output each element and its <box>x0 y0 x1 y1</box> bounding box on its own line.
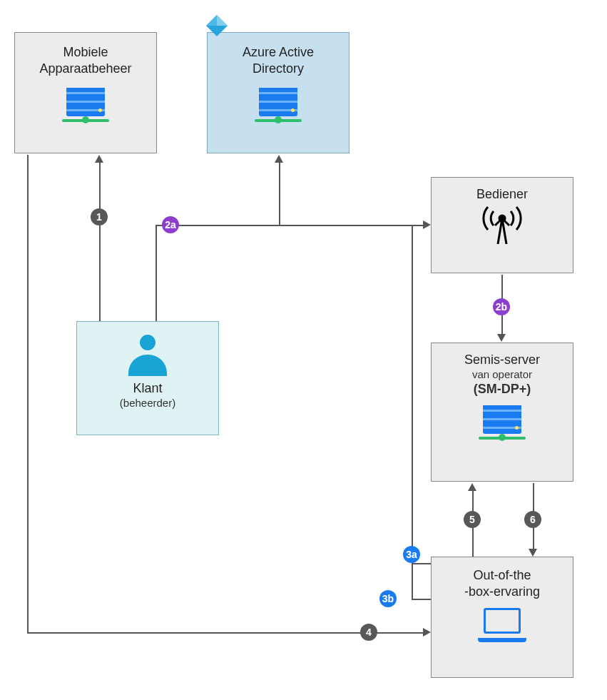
edge-3b-stub <box>412 599 431 600</box>
server-icon <box>62 88 109 125</box>
arrow-icon <box>497 334 506 342</box>
smdp-title-1: Semis-server <box>432 352 573 368</box>
oobe-title-1: Out-of-the <box>432 567 573 584</box>
oobe-title-2: -box-ervaring <box>432 584 573 600</box>
arrow-icon <box>529 549 537 557</box>
badge-step-3b: 3b <box>379 590 397 607</box>
edge-3-top-v <box>279 162 280 226</box>
antenna-icon <box>481 204 524 244</box>
customer-title: Klant <box>77 380 218 397</box>
badge-step-4: 4 <box>360 624 377 641</box>
arrow-icon <box>95 155 103 163</box>
azure-diamond-icon <box>206 15 228 36</box>
badge-step-6: 6 <box>524 511 541 528</box>
badge-step-1: 1 <box>91 208 108 225</box>
node-smdp: Semis-server van operator (SM-DP+) <box>431 343 573 482</box>
server-icon <box>479 405 526 442</box>
diagram-canvas: Mobiele Apparaatbeheer Azure Active Dire… <box>0 0 607 700</box>
edge-3-vertical <box>412 225 413 599</box>
edge-4-v <box>27 155 29 633</box>
aad-title-2: Directory <box>208 61 349 77</box>
customer-sub: (beheerder) <box>77 397 218 409</box>
node-aad: Azure Active Directory <box>207 32 350 153</box>
arrow-icon <box>468 483 476 491</box>
server-icon <box>255 88 302 125</box>
operator-title: Bediener <box>432 186 573 203</box>
badge-step-3a: 3a <box>403 546 420 563</box>
mdm-title-1: Mobiele <box>15 44 156 61</box>
laptop-icon <box>478 608 526 642</box>
mdm-title-2: Apparaatbeheer <box>15 61 156 77</box>
arrow-icon <box>423 628 431 636</box>
edge-3-top-h <box>280 225 413 226</box>
edge-2a-v <box>155 225 157 321</box>
edge-1 <box>99 162 101 321</box>
svg-marker-1 <box>217 15 228 26</box>
aad-title-1: Azure Active <box>208 44 349 61</box>
badge-step-2b: 2b <box>493 298 510 315</box>
user-icon <box>128 335 167 376</box>
svg-marker-2 <box>206 15 217 26</box>
node-customer: Klant (beheerder) <box>76 321 219 435</box>
node-mdm: Mobiele Apparaatbeheer <box>14 32 157 153</box>
node-operator: Bediener <box>431 177 573 273</box>
arrow-icon <box>423 220 431 229</box>
smdp-title-3: (SM-DP+) <box>432 382 573 397</box>
badge-step-5: 5 <box>464 511 481 528</box>
node-oobe: Out-of-the -box-ervaring <box>431 557 573 678</box>
edge-3a-stub <box>412 563 431 564</box>
badge-step-2a: 2a <box>162 216 179 233</box>
arrow-icon <box>275 155 283 163</box>
smdp-title-2: van operator <box>432 368 573 380</box>
